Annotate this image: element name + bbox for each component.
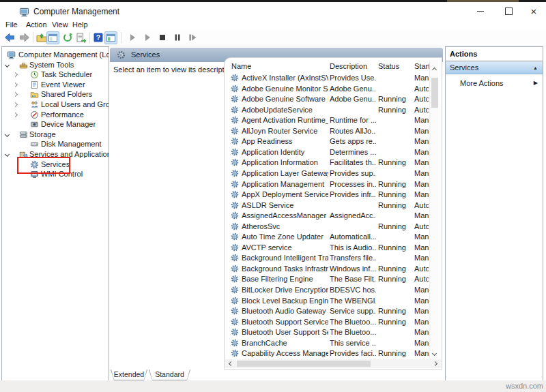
tree-item-label: Task Scheduler <box>41 70 92 80</box>
tab-extended[interactable]: Extended <box>111 370 147 380</box>
service-row[interactable]: BranchCacheThis service ...Manu <box>225 338 429 348</box>
column-header-description[interactable]: Description <box>330 61 375 71</box>
column-header-status[interactable]: Status <box>378 61 410 71</box>
service-row[interactable]: Application ManagementProcesses in...Run… <box>225 179 429 190</box>
expand-chevron-icon[interactable] <box>13 72 18 77</box>
properties-window-button[interactable] <box>104 31 117 44</box>
tab-standard[interactable]: Standard <box>149 370 190 380</box>
service-row[interactable]: AllJoyn Router ServiceRoutes AllJo...Man… <box>225 126 429 136</box>
service-row[interactable]: Background Intelligent Tran...Transfers … <box>225 253 429 263</box>
service-row[interactable]: Application IdentityDetermines ...Manu <box>225 147 429 157</box>
tree-item-event-viewer[interactable]: Event Viewer <box>2 80 109 90</box>
service-row[interactable]: Application Layer Gateway S...Provides s… <box>225 168 429 179</box>
service-status: Running <box>378 317 412 327</box>
task-scheduler-icon <box>30 70 39 79</box>
export-list-button[interactable] <box>76 32 87 43</box>
refresh-button[interactable] <box>62 32 73 43</box>
service-description: BDESVC hos... <box>330 285 376 295</box>
service-status: Running <box>378 200 412 211</box>
tree-item-task-scheduler[interactable]: Task Scheduler <box>2 70 109 80</box>
tree-item-shared-folders[interactable]: Shared Folders <box>2 89 109 100</box>
menu-file[interactable]: File <box>5 20 18 29</box>
horizontal-scrollbar[interactable] <box>225 359 441 368</box>
service-gear-icon <box>231 286 239 294</box>
tree-item-local-users-and-groups[interactable]: Local Users and Groups <box>2 100 109 110</box>
service-status <box>378 168 412 179</box>
horizontal-scroll-thumb[interactable] <box>237 361 371 367</box>
console-tree-button[interactable] <box>46 31 59 44</box>
storage-icon <box>19 130 28 139</box>
scroll-left-icon[interactable] <box>229 361 233 366</box>
service-row[interactable]: App ReadinessGets apps re...Manu <box>225 136 429 147</box>
service-row[interactable]: Base Filtering EngineThe Base Filt...Run… <box>225 274 429 284</box>
service-row[interactable]: ActiveX Installer (AxInstSV)Provides Use… <box>225 73 429 83</box>
pause-service-icon <box>172 32 183 43</box>
service-row[interactable]: Block Level Backup Engine S...The WBENGI… <box>225 296 429 306</box>
tree-item-computer-management-local[interactable]: Computer Management (Local) <box>2 50 109 60</box>
more-actions-item[interactable]: More Actions ▶ <box>446 77 543 89</box>
menu-action[interactable]: Action <box>26 20 47 29</box>
service-row[interactable]: Application InformationFacilitates th...… <box>225 157 429 168</box>
expand-chevron-icon[interactable] <box>13 92 18 97</box>
service-name: AllJoyn Router Service <box>242 126 328 136</box>
scroll-right-icon[interactable] <box>433 361 437 366</box>
resume-service-button[interactable] <box>142 32 153 43</box>
close-button[interactable]: × <box>528 6 539 16</box>
menu-help[interactable]: Help <box>72 20 88 29</box>
service-row[interactable]: AssignedAccessManager Ser...AssignedAcc.… <box>225 211 429 221</box>
maximize-button[interactable] <box>503 6 514 16</box>
service-row[interactable]: AtherosSvcRunningAutor <box>225 222 429 232</box>
service-row[interactable]: Bluetooth Support ServiceThe Bluetoo...R… <box>225 317 429 327</box>
service-row[interactable]: Auto Time Zone UpdaterAutomaticall...Man… <box>225 232 429 242</box>
expand-chevron-icon[interactable] <box>13 102 18 107</box>
service-gear-icon <box>231 106 239 114</box>
tree-item-system-tools[interactable]: System Tools <box>2 60 109 70</box>
start-service-button[interactable] <box>127 32 138 43</box>
service-row[interactable]: Adobe Genuine Software Int...Adobe Genu.… <box>225 94 429 104</box>
collapse-chevron-icon[interactable] <box>5 152 10 157</box>
stop-service-button[interactable] <box>157 32 168 43</box>
actions-group-services[interactable]: Services ▲ <box>446 61 543 74</box>
service-row[interactable]: AppX Deployment Service (A...Provides in… <box>225 190 429 200</box>
service-status <box>378 211 412 221</box>
back-button[interactable] <box>4 32 15 43</box>
menu-view[interactable]: View <box>52 20 68 29</box>
service-row[interactable]: Background Tasks Infrastruc...Windows in… <box>225 264 429 274</box>
service-row[interactable]: Agent Activation Runtime_e...Runtime for… <box>225 115 429 125</box>
pause-service-button[interactable] <box>172 32 183 43</box>
service-row[interactable]: Adobe Genuine Monitor Ser...Adobe Genu..… <box>225 84 429 94</box>
folder-up-button[interactable] <box>36 32 47 43</box>
service-row[interactable]: AdobeUpdateServiceRunningAutor <box>225 105 429 115</box>
service-description: The WBENGI... <box>330 296 376 306</box>
service-row[interactable]: ASLDR ServiceRunningAutor <box>225 200 429 211</box>
vertical-scrollbar[interactable] <box>429 60 440 360</box>
collapse-chevron-icon[interactable] <box>5 63 10 67</box>
tree-item-device-manager[interactable]: Device Manager <box>2 119 109 130</box>
collapse-caret-icon[interactable]: ▲ <box>533 61 538 74</box>
restart-service-button[interactable] <box>187 32 198 43</box>
expand-chevron-icon[interactable] <box>13 112 18 117</box>
tree-item-label: Event Viewer <box>41 80 85 90</box>
tree-item-performance[interactable]: Performance <box>2 110 109 120</box>
column-header-startup-type[interactable]: Startu <box>414 61 430 71</box>
minimize-button[interactable] <box>475 6 486 16</box>
service-row[interactable]: Bluetooth User Support Serv...The Blueto… <box>225 327 429 337</box>
scroll-up-icon[interactable] <box>432 67 437 72</box>
scroll-down-icon[interactable] <box>432 351 437 356</box>
help-button[interactable]: ? <box>93 32 104 43</box>
column-header-name[interactable]: Name <box>231 61 320 71</box>
tree-item-storage[interactable]: Storage <box>2 130 109 140</box>
service-row[interactable]: Capability Access Manager S...Provides f… <box>225 348 429 359</box>
forward-button[interactable] <box>19 32 30 43</box>
service-row[interactable]: BitLocker Drive Encryption S...BDESVC ho… <box>225 285 429 295</box>
service-description: Provides infr... <box>330 190 376 200</box>
service-row[interactable]: Bluetooth Audio Gateway Se...Service sup… <box>225 306 429 316</box>
tree-item-disk-management[interactable]: Disk Management <box>2 139 109 149</box>
vertical-scroll-thumb[interactable] <box>431 78 438 108</box>
expand-chevron-icon[interactable] <box>13 82 18 87</box>
service-row[interactable]: AVCTP serviceThis is Audio...RunningManu <box>225 243 429 253</box>
service-status <box>378 232 412 242</box>
collapse-chevron-icon[interactable] <box>5 132 10 137</box>
service-name: Application Identity <box>242 147 328 157</box>
service-startup-type: Autor <box>414 84 429 94</box>
